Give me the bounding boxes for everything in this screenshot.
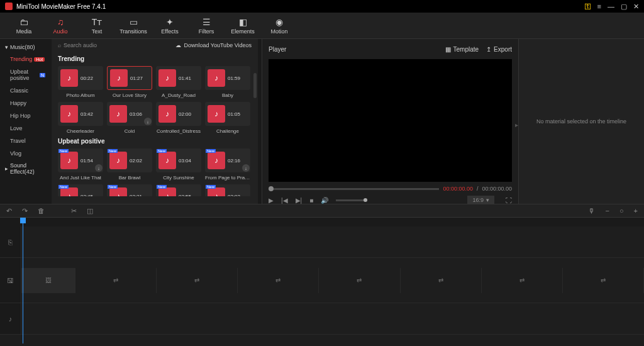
audio-card[interactable]: ♪ 00:22 Photo Album bbox=[58, 66, 103, 98]
sidebar-item-vlog[interactable]: Vlog bbox=[0, 147, 52, 160]
audio-card[interactable]: New ♪ 03:04 City Sunshine bbox=[156, 148, 201, 181]
scrollbar[interactable] bbox=[253, 73, 257, 98]
volume-icon[interactable]: 🔊 bbox=[321, 197, 328, 204]
toolbar-effects[interactable]: ✦Effects bbox=[152, 14, 187, 38]
timeline[interactable]: ⎘ 🖫 🖼 ⇄ ⇄ ⇄ ⇄ ⇄ ⇄ ⇄ ♪ bbox=[0, 218, 644, 346]
sidebar-item-happy[interactable]: Happy bbox=[0, 97, 52, 109]
audio-card[interactable]: New ♪ 02:16 ↓ From Page to Practice bbox=[205, 148, 250, 181]
toolbar-transitions[interactable]: ▭Transitions bbox=[116, 14, 151, 38]
section-title: Upbeat positive bbox=[58, 138, 252, 145]
transition-slot[interactable]: ⇄ bbox=[238, 268, 319, 293]
sfx-category-header[interactable]: ▸ Sound Effect(42) bbox=[0, 160, 52, 177]
audio-icon: ♫ bbox=[57, 17, 64, 27]
audio-duration: 02:55 bbox=[179, 194, 191, 197]
audio-card[interactable]: ♪ 03:06 ↓ Cold bbox=[107, 102, 152, 134]
transition-slot[interactable]: ⇄ bbox=[482, 268, 563, 293]
video-preview[interactable] bbox=[269, 59, 512, 182]
maximize-button[interactable]: ▢ bbox=[621, 3, 627, 11]
toolbar-motion[interactable]: ◉Motion bbox=[262, 14, 297, 38]
track-header-audio[interactable]: ♪ bbox=[0, 303, 21, 334]
audio-thumb-icon: ♪ bbox=[60, 187, 78, 196]
zoom-in-button[interactable]: + bbox=[634, 207, 638, 215]
key-icon[interactable]: ⚿ bbox=[584, 3, 591, 10]
mic-button[interactable]: 🎙 bbox=[588, 207, 595, 215]
zoom-fit-button[interactable]: ○ bbox=[619, 207, 624, 215]
minimize-button[interactable]: — bbox=[608, 3, 614, 10]
audio-card[interactable]: ♪ 02:00 Controlled_Distress bbox=[156, 102, 201, 134]
audio-card[interactable]: New ♪ 02:45 bbox=[58, 184, 103, 196]
search-input[interactable]: ⌕ Search audio bbox=[58, 42, 97, 48]
transition-slot[interactable]: ⇄ bbox=[401, 268, 482, 293]
audio-track[interactable]: ♪ bbox=[0, 303, 644, 335]
audio-card[interactable]: New ♪ 03:02 bbox=[205, 184, 250, 196]
playhead[interactable] bbox=[23, 218, 23, 343]
audio-thumb-icon: ♪ bbox=[60, 105, 78, 123]
main-toolbar: 🗀Media♫AudioTᴛText▭Transitions✦Effects☰F… bbox=[0, 13, 644, 39]
music-category-header[interactable]: ▾ Music(80) bbox=[0, 42, 52, 53]
download-icon[interactable]: ↓ bbox=[144, 118, 152, 125]
download-icon[interactable]: ↓ bbox=[242, 164, 250, 172]
audio-label: Cold bbox=[107, 128, 152, 134]
aspect-ratio-select[interactable]: 16:9▾ bbox=[467, 196, 494, 204]
stop-button[interactable]: ■ bbox=[309, 197, 313, 204]
video-slot-placeholder[interactable]: 🖼 bbox=[21, 268, 75, 293]
toolbar-media[interactable]: 🗀Media bbox=[6, 14, 42, 38]
prev-frame-button[interactable]: |◀ bbox=[281, 197, 288, 204]
audio-thumb-icon: ♪ bbox=[158, 187, 176, 196]
transition-slot[interactable]: ⇄ bbox=[75, 268, 157, 293]
delete-button[interactable]: 🗑 bbox=[38, 207, 45, 215]
sidebar-item-trending[interactable]: TrendingHot bbox=[0, 53, 52, 65]
transition-slot[interactable]: ⇄ bbox=[563, 268, 644, 293]
transition-icon: ⇄ bbox=[601, 277, 606, 284]
audio-card[interactable]: New ♪ 02:02 Bar Brawl bbox=[107, 148, 152, 181]
app-icon bbox=[5, 3, 13, 10]
next-frame-button[interactable]: ▶| bbox=[296, 197, 303, 204]
new-badge: New bbox=[108, 185, 118, 189]
audio-duration: 02:16 bbox=[228, 158, 240, 164]
close-button[interactable]: ✕ bbox=[633, 3, 639, 11]
sidebar-item-hip-hop[interactable]: Hip Hop bbox=[0, 109, 52, 122]
audio-card[interactable]: ♪ 03:42 Cheerleader bbox=[58, 102, 103, 134]
audio-thumb-icon: ♪ bbox=[208, 105, 225, 123]
collapse-handle[interactable]: ▸ bbox=[515, 121, 518, 128]
toolbar-text[interactable]: TᴛText bbox=[79, 14, 114, 38]
toolbar-elements[interactable]: ◧Elements bbox=[225, 14, 260, 38]
progress-slider[interactable] bbox=[269, 188, 439, 190]
toolbar-audio[interactable]: ♫Audio bbox=[43, 14, 78, 38]
audio-card[interactable]: New ♪ 02:21 bbox=[107, 184, 152, 196]
volume-slider[interactable] bbox=[336, 199, 367, 201]
split-button[interactable]: ✂ bbox=[71, 207, 77, 215]
audio-label: Bar Brawl bbox=[107, 175, 152, 181]
transition-slot[interactable]: ⇄ bbox=[319, 268, 400, 293]
timeline-ruler[interactable] bbox=[0, 218, 644, 226]
undo-button[interactable]: ↶ bbox=[6, 207, 12, 215]
audio-card[interactable]: ♪ 01:41 A_Dusty_Road bbox=[156, 66, 201, 98]
redo-button[interactable]: ↷ bbox=[22, 207, 28, 215]
titlebar: MiniTool MovieMaker Free 7.4.1 ⚿ ≡ — ▢ ✕ bbox=[0, 0, 644, 13]
crop-button[interactable]: ◫ bbox=[87, 207, 93, 215]
audio-card[interactable]: New ♪ 01:54 ↓ And Just Like That bbox=[58, 148, 103, 181]
audio-card[interactable]: New ♪ 02:55 bbox=[156, 184, 201, 196]
audio-card[interactable]: ♪ 01:05 Challenge bbox=[205, 102, 250, 134]
fullscreen-button[interactable]: ⛶ bbox=[506, 197, 512, 204]
track-header-video[interactable]: 🖫 bbox=[0, 258, 21, 303]
download-youtube-link[interactable]: ☁ Download YouTube Videos bbox=[175, 42, 252, 48]
play-button[interactable]: ▶ bbox=[269, 197, 274, 204]
sidebar-item-classic[interactable]: Classic bbox=[0, 84, 52, 97]
sidebar-item-upbeat-positive[interactable]: Upbeat positiveN bbox=[0, 65, 52, 84]
sidebar-item-love[interactable]: Love bbox=[0, 122, 52, 135]
player-panel: Player ▦Template ↥Export 00:00:00.00 / 0… bbox=[262, 39, 518, 204]
audio-card[interactable]: ♪ 01:27 Our Love Story bbox=[107, 66, 152, 98]
sidebar-item-travel[interactable]: Travel bbox=[0, 135, 52, 147]
template-button[interactable]: ▦Template bbox=[445, 46, 479, 53]
video-track[interactable]: 🖫 🖼 ⇄ ⇄ ⇄ ⇄ ⇄ ⇄ ⇄ bbox=[0, 258, 644, 303]
menu-icon[interactable]: ≡ bbox=[597, 3, 601, 10]
download-icon[interactable]: ↓ bbox=[95, 164, 103, 172]
zoom-out-button[interactable]: − bbox=[605, 207, 609, 215]
toolbar-filters[interactable]: ☰Filters bbox=[189, 14, 224, 38]
audio-card[interactable]: ♪ 01:59 Baby bbox=[205, 66, 250, 98]
audio-label: City Sunshine bbox=[156, 175, 201, 181]
export-button[interactable]: ↥Export bbox=[486, 46, 512, 53]
transition-slot[interactable]: ⇄ bbox=[157, 268, 238, 293]
track-header-lock[interactable]: ⎘ bbox=[0, 226, 21, 257]
